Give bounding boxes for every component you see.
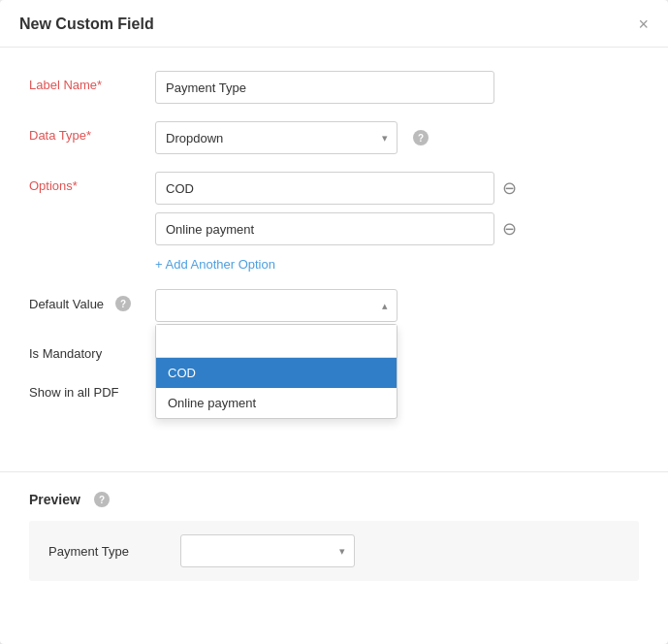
default-value-row: Default Value ? COD Online payment ▴ [29, 289, 639, 322]
data-type-row: Data Type* Dropdown Text Number Date ▾ ? [29, 121, 639, 154]
preview-label-text: Preview [29, 492, 80, 507]
divider [0, 471, 668, 472]
new-custom-field-modal: New Custom Field × Label Name* Data Type… [0, 0, 668, 644]
default-value-select-wrapper: COD Online payment ▴ [155, 289, 398, 322]
data-type-select[interactable]: Dropdown Text Number Date [155, 121, 398, 154]
dropdown-option-online-payment[interactable]: Online payment [156, 388, 397, 418]
options-row: Options* ⊖ ⊖ + Add Another Optio [29, 172, 639, 272]
option-item-1: ⊖ [155, 172, 639, 205]
label-name-input[interactable] [155, 71, 494, 104]
preview-select[interactable]: COD Online payment [180, 534, 355, 567]
option-item-2: ⊖ [155, 212, 639, 245]
modal-body: Label Name* Data Type* Dropdown Text Num… [0, 48, 668, 452]
minus-circle-icon-2: ⊖ [502, 220, 517, 238]
preview-select-wrapper: COD Online payment ▾ [180, 534, 355, 567]
default-value-dropdown-popup: COD Online payment [155, 324, 398, 419]
default-value-label-text: Default Value [29, 297, 104, 311]
default-value-container: COD Online payment ▴ COD Online payment [155, 289, 639, 322]
remove-option-2-button[interactable]: ⊖ [502, 220, 517, 238]
remove-option-1-button[interactable]: ⊖ [502, 179, 517, 197]
data-type-select-wrapper: Dropdown Text Number Date ▾ [155, 121, 398, 154]
add-another-option-link[interactable]: + Add Another Option [155, 257, 639, 272]
label-name-row: Label Name* [29, 71, 639, 104]
default-value-controls: COD Online payment ▴ COD Online payment [155, 289, 639, 322]
default-value-select[interactable]: COD Online payment [155, 289, 398, 322]
preview-section: Preview ? Payment Type COD Online paymen… [0, 492, 668, 581]
options-controls: ⊖ ⊖ + Add Another Option [155, 172, 639, 272]
is-mandatory-label: Is Mandatory [29, 339, 155, 361]
label-name-controls [155, 71, 639, 104]
show-in-pdf-label: Show in all PDF [29, 378, 155, 400]
preview-field-label: Payment Type [48, 544, 165, 559]
dropdown-option-cod[interactable]: COD [156, 358, 397, 388]
modal-title: New Custom Field [19, 16, 154, 33]
default-value-help-icon[interactable]: ? [115, 296, 131, 311]
data-type-label: Data Type* [29, 121, 155, 143]
option-input-1[interactable] [155, 172, 494, 205]
options-label: Options* [29, 172, 155, 193]
preview-help-icon[interactable]: ? [94, 492, 110, 507]
option-input-2[interactable] [155, 212, 494, 245]
preview-label-row: Preview ? [29, 492, 639, 507]
data-type-controls: Dropdown Text Number Date ▾ ? [155, 121, 639, 154]
minus-circle-icon-1: ⊖ [502, 179, 517, 197]
default-value-label: Default Value ? [29, 289, 155, 311]
modal-header: New Custom Field × [0, 0, 668, 48]
data-type-help-icon[interactable]: ? [413, 130, 429, 145]
label-name-label: Label Name* [29, 71, 155, 92]
dropdown-search-input[interactable] [156, 325, 397, 358]
preview-field-row: Payment Type COD Online payment ▾ [29, 521, 639, 581]
close-button[interactable]: × [638, 16, 649, 33]
